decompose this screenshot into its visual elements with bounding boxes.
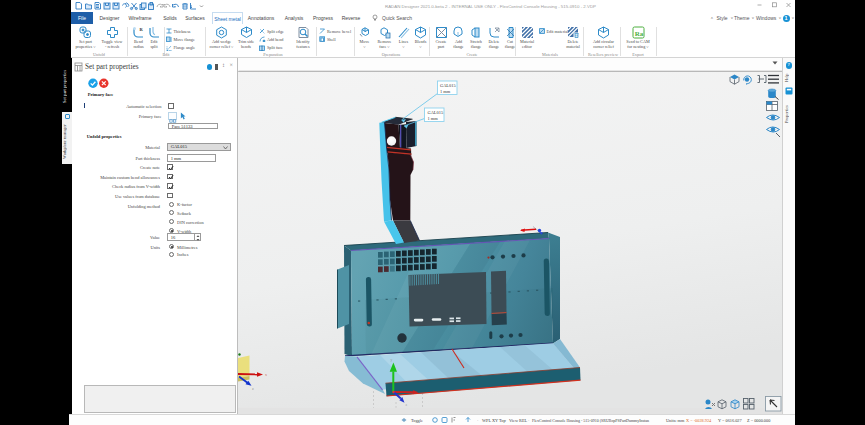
svg-text:·: · — [477, 418, 478, 423]
svg-text:Y = 0616.027: Y = 0616.027 — [718, 418, 742, 423]
svg-text:Toggle: Toggle — [411, 418, 423, 423]
svg-text:·: · — [528, 418, 529, 423]
svg-text:X = -0028.924: X = -0028.924 — [686, 418, 712, 423]
svg-text:FlexControl Console Housing -: FlexControl Console Housing - 515-0910 (… — [532, 418, 649, 423]
svg-text:·: · — [505, 418, 506, 423]
svg-text:View REL: View REL — [509, 418, 528, 423]
svg-text:WPL XY Top: WPL XY Top — [482, 418, 506, 423]
svg-text:Units: mm: Units: mm — [666, 418, 685, 423]
svg-text:Z = 0000.000: Z = 0000.000 — [747, 418, 770, 423]
